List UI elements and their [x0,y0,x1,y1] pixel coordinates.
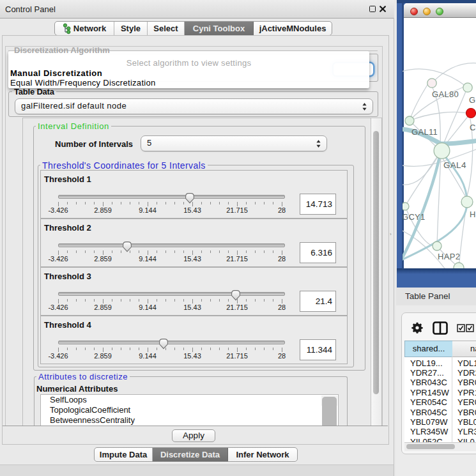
svg-text:GCY1: GCY1 [403,212,426,222]
svg-text:GAL4: GAL4 [443,160,466,170]
svg-text:GAL80: GAL80 [432,89,459,99]
svg-text:G.: G. [469,95,476,105]
svg-text:H: H [470,210,476,219]
svg-text:HAP2: HAP2 [438,252,460,261]
svg-text:C: C [470,123,476,132]
svg-text:GAL11: GAL11 [411,127,438,137]
